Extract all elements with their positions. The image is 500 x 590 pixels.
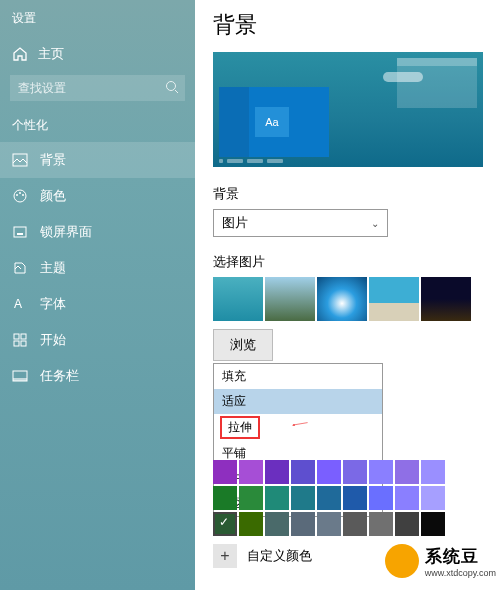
search-icon <box>165 80 179 94</box>
section-title: 个性化 <box>0 111 195 142</box>
color-swatch[interactable] <box>291 512 315 536</box>
picture-icon <box>12 152 28 168</box>
svg-rect-13 <box>21 341 26 346</box>
font-icon: A <box>12 296 28 312</box>
sidebar-item-start[interactable]: 开始 <box>0 322 195 358</box>
fit-option-fill[interactable]: 填充 <box>214 364 382 389</box>
watermark-logo <box>385 544 419 578</box>
picture-thumb[interactable] <box>421 277 471 321</box>
palette-icon <box>12 188 28 204</box>
preview-sample-text: Aa <box>255 107 289 137</box>
color-swatch[interactable] <box>265 460 289 484</box>
color-swatches <box>213 460 445 536</box>
color-swatch[interactable] <box>395 486 419 510</box>
nav-label: 任务栏 <box>40 367 79 385</box>
color-swatch[interactable] <box>421 512 445 536</box>
svg-rect-10 <box>14 334 19 339</box>
color-swatch[interactable] <box>291 486 315 510</box>
color-swatch[interactable] <box>369 486 393 510</box>
page-title: 背景 <box>213 10 482 40</box>
picture-thumb[interactable] <box>317 277 367 321</box>
sidebar-item-themes[interactable]: 主题 <box>0 250 195 286</box>
svg-text:A: A <box>14 297 22 311</box>
svg-rect-15 <box>13 378 27 381</box>
background-type-dropdown[interactable]: 图片 ⌄ <box>213 209 388 237</box>
fit-option-stretch[interactable]: 拉伸 <box>220 416 260 439</box>
theme-icon <box>12 260 28 276</box>
color-swatch[interactable] <box>317 512 341 536</box>
lock-icon <box>12 224 28 240</box>
color-swatch[interactable] <box>317 486 341 510</box>
add-custom-color-button[interactable]: + <box>213 544 237 568</box>
taskbar-icon <box>12 368 28 384</box>
picture-thumbnails <box>213 277 482 321</box>
sidebar-item-fonts[interactable]: A 字体 <box>0 286 195 322</box>
color-swatch[interactable] <box>421 460 445 484</box>
background-preview: Aa <box>213 52 483 167</box>
chevron-down-icon: ⌄ <box>371 218 379 229</box>
home-button[interactable]: 主页 <box>0 37 195 71</box>
color-swatch[interactable] <box>395 460 419 484</box>
nav-label: 背景 <box>40 151 66 169</box>
sidebar-item-taskbar[interactable]: 任务栏 <box>0 358 195 394</box>
color-swatch[interactable] <box>239 486 263 510</box>
sidebar-item-background[interactable]: 背景 <box>0 142 195 178</box>
start-icon <box>12 332 28 348</box>
nav-label: 锁屏界面 <box>40 223 92 241</box>
watermark-url: www.xtdcopy.com <box>425 568 496 578</box>
svg-rect-8 <box>17 233 23 235</box>
color-swatch[interactable] <box>421 486 445 510</box>
watermark: 系统豆 www.xtdcopy.com <box>385 544 496 578</box>
home-icon <box>12 46 28 62</box>
color-swatch[interactable] <box>395 512 419 536</box>
fit-option-fit[interactable]: 适应 <box>214 389 382 414</box>
nav-label: 颜色 <box>40 187 66 205</box>
dropdown-value: 图片 <box>222 214 248 232</box>
search-input[interactable] <box>10 75 185 101</box>
settings-header: 设置 <box>0 6 195 37</box>
svg-rect-12 <box>14 341 19 346</box>
picture-thumb[interactable] <box>369 277 419 321</box>
color-swatch[interactable] <box>369 460 393 484</box>
search-field[interactable] <box>10 75 185 101</box>
color-swatch[interactable] <box>369 512 393 536</box>
picture-thumb[interactable] <box>213 277 263 321</box>
nav-label: 字体 <box>40 295 66 313</box>
color-swatch[interactable] <box>239 460 263 484</box>
svg-point-3 <box>14 190 26 202</box>
color-swatch[interactable] <box>317 460 341 484</box>
svg-rect-11 <box>21 334 26 339</box>
svg-point-6 <box>22 194 24 196</box>
svg-point-5 <box>19 192 21 194</box>
color-swatch[interactable] <box>239 512 263 536</box>
home-label: 主页 <box>38 45 64 63</box>
color-swatch[interactable] <box>343 512 367 536</box>
svg-rect-7 <box>14 227 26 237</box>
nav-label: 主题 <box>40 259 66 277</box>
color-swatch[interactable] <box>213 460 237 484</box>
color-swatch[interactable] <box>291 460 315 484</box>
watermark-brand: 系统豆 <box>425 545 496 568</box>
nav-label: 开始 <box>40 331 66 349</box>
svg-point-0 <box>167 82 176 91</box>
sidebar-item-colors[interactable]: 颜色 <box>0 178 195 214</box>
sidebar-item-lockscreen[interactable]: 锁屏界面 <box>0 214 195 250</box>
svg-point-4 <box>16 194 18 196</box>
background-type-label: 背景 <box>213 185 482 203</box>
browse-button[interactable]: 浏览 <box>213 329 273 361</box>
color-swatch[interactable] <box>265 512 289 536</box>
custom-color-label: 自定义颜色 <box>247 547 312 565</box>
svg-line-1 <box>175 90 178 93</box>
color-swatch[interactable] <box>213 486 237 510</box>
main-content: 背景 Aa 背景 图片 ⌄ 选择图片 浏览 填充 适应 <box>195 0 500 590</box>
picture-thumb[interactable] <box>265 277 315 321</box>
color-swatch[interactable] <box>343 486 367 510</box>
color-swatch[interactable] <box>265 486 289 510</box>
color-swatch[interactable] <box>343 460 367 484</box>
choose-picture-label: 选择图片 <box>213 253 482 271</box>
color-swatch[interactable] <box>213 512 237 536</box>
svg-rect-2 <box>13 154 27 166</box>
settings-sidebar: 设置 主页 个性化 背景 颜色 锁屏界面 主题 <box>0 0 195 590</box>
